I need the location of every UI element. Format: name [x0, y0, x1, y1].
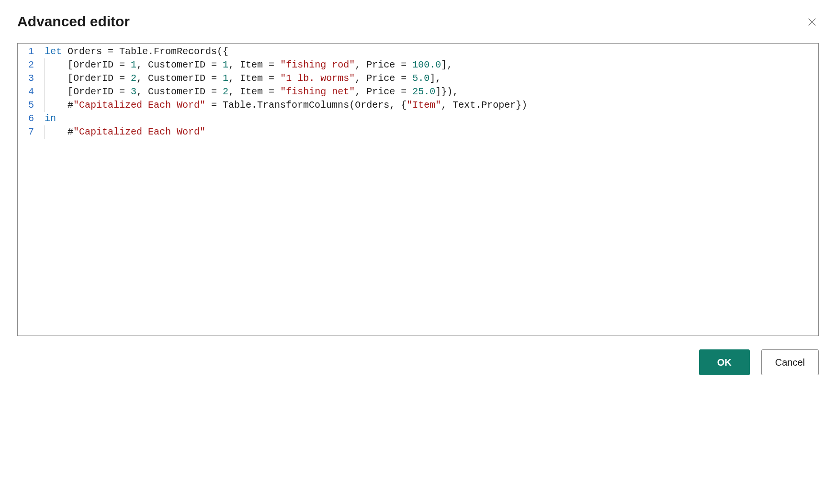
cancel-button[interactable]: Cancel: [761, 349, 819, 375]
dialog-footer: OK Cancel: [17, 349, 819, 375]
dialog-title: Advanced editor: [17, 13, 130, 30]
line-number: 1: [18, 45, 45, 58]
code-line: #"Capitalized Each Word": [45, 125, 818, 139]
ok-button[interactable]: OK: [699, 349, 750, 375]
line-number: 5: [18, 99, 45, 112]
close-button[interactable]: [805, 15, 819, 29]
code-line: let Orders = Table.FromRecords({: [45, 45, 818, 58]
code-line: in: [45, 112, 818, 125]
line-number: 7: [18, 125, 45, 139]
dialog-header: Advanced editor: [17, 13, 819, 30]
line-number: 6: [18, 112, 45, 125]
code-editor[interactable]: 1234567 let Orders = Table.FromRecords({…: [17, 43, 819, 336]
code-line: [OrderID = 1, CustomerID = 1, Item = "fi…: [45, 58, 818, 72]
scrollbar-vertical[interactable]: [808, 44, 818, 336]
line-number: 4: [18, 85, 45, 99]
code-area[interactable]: let Orders = Table.FromRecords({ [OrderI…: [45, 44, 818, 336]
line-number-gutter: 1234567: [18, 44, 45, 336]
close-icon: [807, 17, 817, 27]
line-number: 2: [18, 58, 45, 72]
code-line: [OrderID = 3, CustomerID = 2, Item = "fi…: [45, 85, 818, 99]
code-line: [OrderID = 2, CustomerID = 1, Item = "1 …: [45, 72, 818, 85]
code-line: #"Capitalized Each Word" = Table.Transfo…: [45, 99, 818, 112]
line-number: 3: [18, 72, 45, 85]
